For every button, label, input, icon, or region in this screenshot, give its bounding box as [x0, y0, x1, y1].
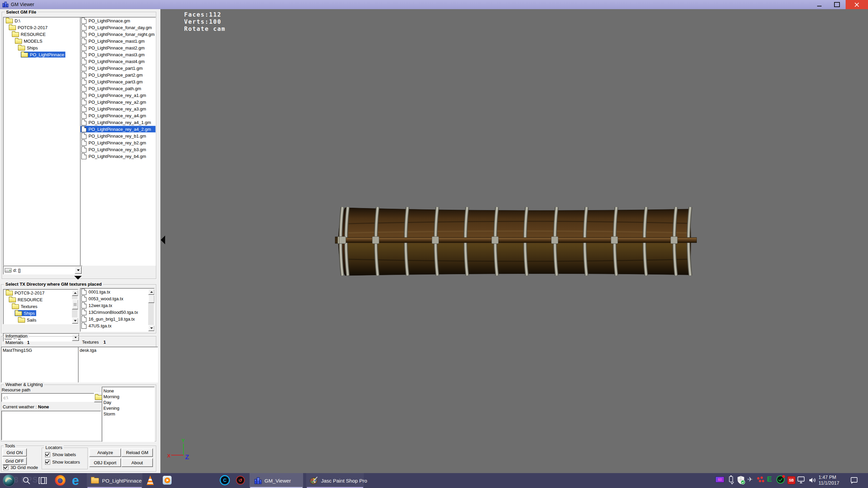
gm-file-item[interactable]: PO_LightPinnace_rey_b2.gm [80, 139, 156, 146]
gm-file-item[interactable]: PO_LightPinnace_rey_a4.gm [80, 112, 156, 119]
tx-folder-tree[interactable]: POTC9-2-2017 RESOURCE Textures Ships Sai… [3, 289, 78, 324]
taskbar-button-po-lightpinnace[interactable]: PO_LightPinnace [87, 473, 142, 488]
minimize-button[interactable] [810, 0, 828, 9]
grid3d-checkbox-row[interactable]: 3D Grid mode [3, 465, 38, 470]
grid-off-button[interactable]: Grid OFF [2, 457, 27, 465]
gm-folder-tree[interactable]: D:\ POTC9-2-2017 RESOURCE MODELS Ships P… [3, 17, 81, 266]
tx-file-item[interactable]: 0001.tga.tx [80, 288, 154, 295]
grid-on-button[interactable]: Grid ON [2, 448, 27, 456]
tree-item[interactable]: RESOURCE [3, 31, 81, 38]
fps-monitor-tray-icon[interactable]: 60 [715, 476, 724, 483]
gm-file-item-selected[interactable]: PO_LightPinnace_rey_a4_2.gm [80, 126, 156, 133]
red-dots-tray-icon[interactable] [757, 476, 764, 483]
defender-shield-tray-icon[interactable] [736, 475, 745, 485]
gm-file-item[interactable]: PO_LightPinnace_fonar_night.gm [80, 31, 156, 38]
tx-file-scrollbar[interactable] [148, 289, 154, 331]
weather-list[interactable]: None Morning Day Evening Storm [102, 387, 155, 442]
gm-file-item[interactable]: PO_LightPinnace.gm [80, 17, 156, 24]
gm-file-item[interactable]: PO_LightPinnace_mast1.gm [80, 38, 156, 44]
gm-file-item[interactable]: PO_LightPinnace_rey_b4.gm [80, 153, 156, 160]
task-view-icon[interactable] [38, 476, 47, 485]
checkbox-checked-icon[interactable] [45, 452, 50, 457]
texture-item[interactable]: desk.tga [80, 348, 156, 353]
gm-file-item[interactable]: PO_LightPinnace_mast4.gm [80, 58, 156, 65]
airplane-tray-icon[interactable]: ✈ [747, 475, 753, 483]
gm-file-item[interactable]: PO_LightPinnace_rey_b1.gm [80, 133, 156, 139]
scroll-down-button[interactable] [148, 325, 155, 331]
tx-file-item[interactable]: 13CrimsonBlood50.tga.tx [80, 309, 154, 316]
scroll-thumb[interactable] [72, 299, 78, 309]
tree-item-selected[interactable]: Ships [3, 310, 78, 317]
taskbar-button-gm-viewer-active[interactable]: GM_Viewer [250, 473, 303, 488]
gm-file-item[interactable]: PO_LightPinnace_part2.gm [80, 72, 156, 78]
edge-icon[interactable]: e [72, 473, 79, 488]
gm-file-item[interactable]: PO_LightPinnace_path.gm [80, 85, 156, 92]
show-labels-checkbox-row[interactable]: Show labels [45, 452, 76, 457]
tree-item-drive[interactable]: D:\ [3, 17, 81, 24]
tree-item[interactable]: Ships [3, 44, 81, 51]
tree-item-selected[interactable]: PO_LightPinnace [3, 51, 81, 58]
network-tray-icon[interactable] [797, 476, 806, 484]
material-item[interactable]: MastThing1SG [3, 348, 78, 353]
panel-collapse-arrow[interactable] [161, 236, 165, 244]
gm-file-item[interactable]: PO_LightPinnace_rey_a3.gm [80, 105, 156, 112]
media-player-icon[interactable] [163, 476, 172, 485]
gm-file-item[interactable]: PO_LightPinnace_rey_a2.gm [80, 99, 156, 105]
volume-tray-icon[interactable] [808, 476, 817, 484]
gm-file-item[interactable]: PO_LightPinnace_part1.gm [80, 65, 156, 72]
gm-file-item[interactable]: PO_LightPinnace_fonar_day.gm [80, 24, 156, 31]
textures-list[interactable]: desk.tga [78, 347, 158, 383]
gm-file-item[interactable]: PO_LightPinnace_rey_a1.gm [80, 92, 156, 99]
gm-drive-combobox[interactable]: d: [] [3, 266, 82, 274]
gm-file-item[interactable]: PO_LightPinnace_rey_a4_1.gm [80, 119, 156, 126]
gm-file-item[interactable]: PO_LightPinnace_mast3.gm [80, 51, 156, 58]
tree-item[interactable]: POTC9-2-2017 [3, 289, 78, 296]
obj-export-button[interactable]: OBJ Export [89, 458, 121, 467]
weather-option[interactable]: None [102, 388, 154, 394]
scroll-up-button[interactable] [72, 290, 78, 296]
tx-file-item[interactable]: 47US.tga.tx [80, 322, 154, 329]
tx-file-list[interactable]: 0001.tga.tx 0053_wood.tga.tx 12wer.tga.t… [80, 288, 155, 332]
scroll-down-button[interactable] [72, 318, 78, 324]
tree-item[interactable]: MODELS [3, 38, 81, 44]
action-center-icon[interactable] [850, 476, 859, 485]
green-shield-tray-icon[interactable] [776, 475, 785, 484]
weather-option[interactable]: Day [102, 400, 154, 406]
tree-item[interactable]: Sails [3, 317, 78, 323]
checkbox-checked-icon[interactable] [3, 465, 8, 470]
chat-app-icon[interactable]: C [220, 475, 230, 485]
weather-option[interactable]: Evening [102, 406, 154, 411]
scroll-thumb[interactable] [148, 295, 155, 303]
titlebar[interactable]: GM Viewer [0, 0, 868, 9]
reload-gm-button[interactable]: Reload GM [121, 448, 153, 457]
red-utility-icon[interactable]: ↺ [236, 476, 245, 485]
maximize-button[interactable] [828, 0, 846, 9]
firefox-icon[interactable] [55, 475, 65, 486]
about-button[interactable]: About [121, 458, 153, 467]
vlc-icon[interactable] [146, 475, 155, 485]
section-splitter-arrow[interactable] [74, 276, 82, 280]
weather-option[interactable]: Storm [102, 411, 154, 417]
tx-file-item[interactable]: 16_gun_brig1_18.tga.tx [80, 316, 154, 322]
combo-dropdown-button[interactable] [75, 266, 82, 274]
tree-item[interactable]: Textures [3, 303, 78, 310]
search-icon[interactable] [22, 476, 31, 485]
close-button[interactable] [846, 0, 868, 9]
analyze-button[interactable]: Analyze [89, 448, 121, 457]
materials-list[interactable]: MastThing1SG [1, 347, 80, 383]
gm-file-item[interactable]: PO_LightPinnace_mast2.gm [80, 44, 156, 51]
gm-file-item[interactable]: PO_LightPinnace_rey_b3.gm [80, 146, 156, 153]
viewport-3d[interactable]: Faces:112 Verts:100 Rotate cam [160, 9, 868, 473]
show-locators-checkbox-row[interactable]: Show locators [45, 459, 80, 465]
weather-option[interactable]: Morning [102, 394, 154, 400]
scroll-up-button[interactable] [148, 289, 155, 295]
taskbar-button-jasc-paint-shop-pro[interactable]: Jasc Paint Shop Pro [306, 473, 364, 488]
e-green-tray-icon[interactable]: E [767, 475, 772, 484]
tx-file-item[interactable]: 12wer.tga.tx [80, 302, 154, 309]
tx-tree-scrollbar[interactable] [72, 290, 78, 324]
tree-item[interactable]: RESOURCE [3, 296, 78, 303]
clock[interactable]: 1:47 PM 11/1/2017 [818, 474, 846, 487]
gm-file-item[interactable]: PO_LightPinnace_part3.gm [80, 78, 156, 85]
usb-device-tray-icon[interactable] [728, 475, 734, 485]
resource-path-input[interactable]: c:\ [1, 393, 95, 402]
